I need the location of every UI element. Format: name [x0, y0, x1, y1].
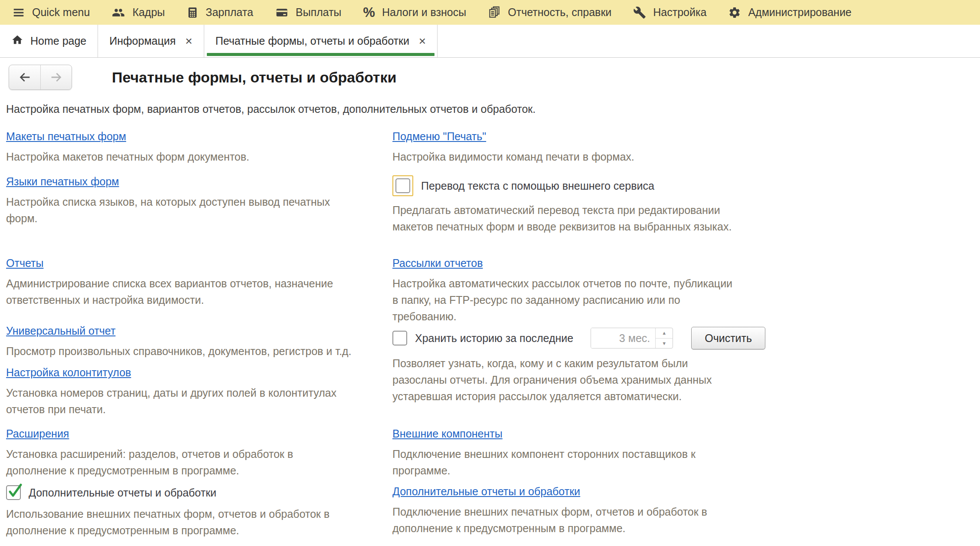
left-cell: Универсальный отчет Просмотр произвольны… — [6, 325, 392, 428]
section-description: Просмотр произвольных справочников, доку… — [6, 343, 353, 359]
tab-label: Информация — [109, 35, 176, 47]
section-podmenu-pechat: Подменю "Печать" Настройка видимости ком… — [392, 130, 980, 175]
additional-reports-checkbox[interactable] — [6, 485, 21, 500]
menu-item-quick-menu[interactable]: Quick menu — [12, 6, 90, 19]
stepper: ▲ ▼ — [655, 328, 673, 348]
tab-informatsiya[interactable]: Информация × — [98, 25, 204, 57]
link-universalnyi-otchet[interactable]: Универсальный отчет — [6, 325, 115, 337]
card-icon — [275, 6, 289, 19]
home-icon — [11, 34, 23, 49]
section-description: Настройка видимости команд печати в форм… — [392, 148, 739, 165]
spinner-up-icon[interactable]: ▲ — [656, 328, 673, 339]
section-description: Настройка списка языков, на которых дост… — [6, 194, 353, 227]
section-otchety: Отчеты Администрирование списка всех вар… — [6, 257, 392, 325]
clear-history-button[interactable]: Очистить — [691, 327, 765, 349]
history-nav-buttons — [9, 65, 72, 90]
link-yazyki-pechatnyh-form[interactable]: Языки печатных форм — [6, 175, 119, 188]
close-icon[interactable]: × — [185, 35, 192, 47]
hamburger-icon — [12, 6, 25, 19]
section-description: Установка расширений: разделов, отчетов … — [6, 446, 353, 479]
page-header: Печатные формы, отчеты и обработки — [9, 65, 980, 90]
checkbox-label[interactable]: Перевод текста с помощью внешнего сервис… — [421, 180, 654, 192]
gear-icon — [728, 6, 741, 19]
menu-item-label: Администрирование — [748, 6, 851, 19]
settings-columns: Макеты печатных форм Настройка макетов п… — [6, 130, 980, 539]
link-nastroika-kolontitulov[interactable]: Настройка колонтитулов — [6, 366, 131, 379]
section-yazyki-pechatnyh-form: Языки печатных форм Настройка списка язы… — [6, 175, 392, 257]
link-podmenu-pechat[interactable]: Подменю "Печать" — [392, 130, 486, 143]
page-title: Печатные формы, отчеты и обработки — [112, 69, 396, 86]
tab-home-page[interactable]: Home page — [0, 25, 98, 57]
history-period-control: ▲ ▼ — [591, 328, 673, 349]
check-icon — [8, 482, 23, 499]
link-otchety[interactable]: Отчеты — [6, 257, 43, 270]
section-description: Позволяет узнать, когда, кому и с каким … — [392, 355, 739, 405]
close-icon[interactable]: × — [419, 35, 426, 47]
section-description: Использование внешних печатных форм, отч… — [6, 506, 353, 539]
section-description: Настройка автоматических рассылок отчето… — [392, 275, 739, 325]
link-dopolnitelnye-otchety[interactable]: Дополнительные отчеты и обработки — [392, 485, 580, 498]
section-description: Предлагать автоматический перевод текста… — [392, 202, 739, 235]
back-button[interactable] — [9, 65, 40, 89]
menu-item-label: Выплаты — [296, 6, 342, 19]
keep-history-checkbox[interactable] — [392, 331, 407, 345]
calculator-icon — [186, 6, 199, 19]
section-rasshireniya: Расширения Установка расширений: раздело… — [6, 428, 392, 485]
menu-item-nalogi[interactable]: % Налоги и взносы — [363, 6, 466, 19]
menu-item-label: Quick menu — [32, 6, 90, 19]
checkbox-label[interactable]: Дополнительные отчеты и обработки — [29, 487, 216, 499]
menu-item-label: Кадры — [132, 6, 165, 19]
menu-item-label: Налоги и взносы — [382, 6, 466, 19]
menu-item-nastroika[interactable]: Настройка — [633, 6, 706, 19]
section-nastroika-kolontitulov: Настройка колонтитулов Установка номеров… — [6, 366, 392, 418]
app-window: Quick menu Кадры Зарплата Выплаты % Нало… — [0, 0, 980, 546]
section-dop-otchety-checkbox: Дополнительные отчеты и обработки Исполь… — [6, 485, 392, 539]
link-rassylki-otchetov[interactable]: Рассылки отчетов — [392, 257, 483, 270]
section-vneshnie-komponenty: Внешние компоненты Подключение внешних к… — [392, 428, 980, 485]
section-dop-otchety-link: Дополнительные отчеты и обработки Подклю… — [392, 485, 980, 539]
percent-icon: % — [363, 6, 375, 19]
tab-bar: Home page Информация × Печатные формы, о… — [0, 25, 980, 58]
section-description: Подключение внешних компонент сторонних … — [392, 446, 739, 479]
section-rassylki-otchetov: Рассылки отчетов Настройка автоматически… — [392, 257, 980, 325]
section-maket-pechatnyh-form: Макеты печатных форм Настройка макетов п… — [6, 130, 392, 175]
menu-item-label: Зарплата — [206, 6, 253, 19]
checkbox-label[interactable]: Хранить историю за последние — [415, 332, 573, 345]
forward-button[interactable] — [40, 65, 72, 89]
documents-icon — [488, 6, 501, 19]
section-description: Администрирование списка всех вариантов … — [6, 275, 353, 308]
translate-text-checkbox[interactable] — [395, 178, 410, 193]
link-vneshnie-komponenty[interactable]: Внешние компоненты — [392, 428, 503, 440]
tab-label: Home page — [30, 35, 86, 47]
section-description: Настройка макетов печатных форм документ… — [6, 148, 353, 165]
section-perevod-teksta: Перевод текста с помощью внешнего сервис… — [392, 175, 980, 257]
menu-item-administrirovanie[interactable]: Администрирование — [728, 6, 851, 19]
menu-item-label: Отчетность, справки — [508, 6, 611, 19]
menu-item-label: Настройка — [653, 6, 706, 19]
tab-pechatnye-formy[interactable]: Печатные формы, отчеты и обработки × — [204, 25, 438, 57]
menu-item-zarplata[interactable]: Зарплата — [186, 6, 253, 19]
menu-item-vyplaty[interactable]: Выплаты — [275, 6, 342, 19]
section-description: Подключение внешних печатных форм, отчет… — [392, 503, 739, 536]
history-period-input[interactable] — [591, 328, 655, 348]
focus-ring — [392, 175, 413, 196]
tab-label: Печатные формы, отчеты и обработки — [216, 35, 409, 47]
people-icon — [111, 6, 125, 19]
menu-item-otchetnost[interactable]: Отчетность, справки — [488, 6, 611, 19]
spinner-down-icon[interactable]: ▼ — [656, 339, 673, 349]
section-hranit-istoriyu: Хранить историю за последние ▲ ▼ Очистит… — [392, 325, 980, 428]
link-rasshireniya[interactable]: Расширения — [6, 428, 69, 440]
link-makety-pechatnyh-form[interactable]: Макеты печатных форм — [6, 130, 126, 143]
top-menu-bar: Quick menu Кадры Зарплата Выплаты % Нало… — [0, 0, 980, 25]
section-universalnyi-otchet: Универсальный отчет Просмотр произвольны… — [6, 325, 392, 359]
page-subtitle: Настройка печатных форм, вариантов отчет… — [6, 103, 980, 115]
section-description: Установка номеров страниц, даты и других… — [6, 385, 353, 418]
wrench-icon — [633, 6, 646, 19]
menu-item-kadry[interactable]: Кадры — [111, 6, 165, 19]
